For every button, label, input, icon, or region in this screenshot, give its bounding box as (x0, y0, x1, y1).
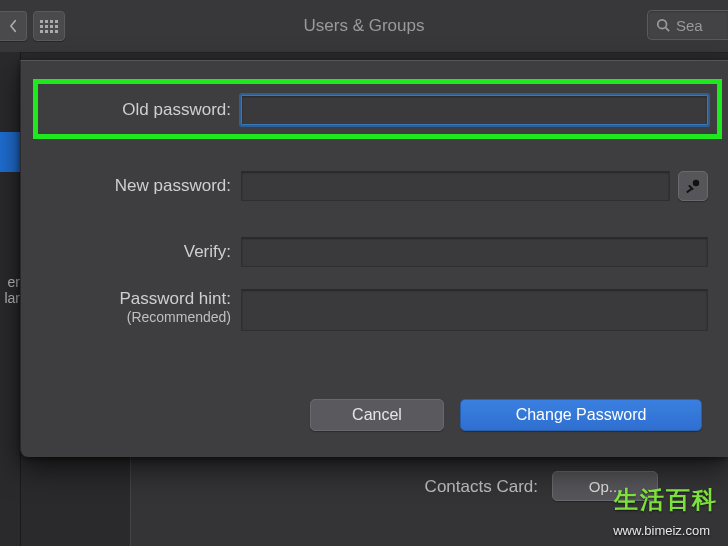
users-sidebar: erlar (0, 52, 21, 546)
title-bar: Users & Groups Sea (0, 0, 728, 53)
svg-line-1 (666, 28, 670, 32)
cancel-button[interactable]: Cancel (310, 399, 444, 431)
old-password-input[interactable] (241, 95, 708, 125)
old-password-label: Old password: (21, 100, 241, 120)
password-assistant-button[interactable] (678, 171, 708, 201)
old-password-row: Old password: (21, 95, 708, 125)
change-password-dialog: Old password: New password: Verify: Pass… (20, 60, 728, 457)
search-field[interactable]: Sea (647, 10, 728, 40)
verify-row: Verify: (21, 237, 708, 267)
watermark-logo: 生活百科 (614, 484, 718, 516)
verify-label: Verify: (21, 242, 241, 262)
hint-row: Password hint: (Recommended) (21, 289, 708, 331)
window-title: Users & Groups (0, 16, 728, 36)
change-password-button[interactable]: Change Password (460, 399, 702, 431)
new-password-input[interactable] (241, 171, 670, 201)
watermark-url: www.bimeiz.com (613, 523, 710, 538)
hint-label: Password hint: (Recommended) (21, 289, 241, 326)
svg-point-2 (693, 180, 699, 186)
back-button[interactable] (0, 11, 27, 41)
contacts-card-label: Contacts Card: (425, 477, 538, 497)
verify-input[interactable] (241, 237, 708, 267)
users-groups-window: Users & Groups Sea erlar Contacts Card: … (0, 0, 728, 546)
hint-input[interactable] (241, 289, 708, 331)
sidebar-user-role-fragment: erlar (0, 274, 20, 306)
grid-icon (36, 16, 62, 37)
new-password-row: New password: (21, 171, 708, 201)
new-password-label: New password: (21, 176, 241, 196)
sidebar-selected-user[interactable] (0, 132, 20, 172)
key-icon (685, 178, 701, 194)
search-icon (656, 18, 670, 32)
search-placeholder: Sea (676, 17, 703, 34)
svg-point-0 (658, 20, 667, 29)
show-all-button[interactable] (33, 11, 65, 41)
dialog-buttons: Cancel Change Password (310, 399, 702, 431)
